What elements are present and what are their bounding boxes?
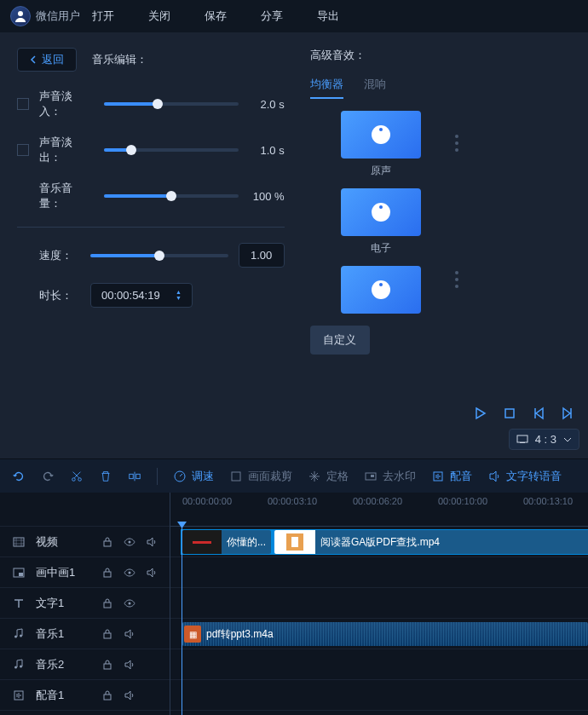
preset-list: 原声 电子 xyxy=(310,111,452,319)
speed-tool[interactable]: 调速 xyxy=(173,469,214,484)
aspect-dropdown[interactable]: 4 : 3 xyxy=(509,429,579,450)
voice-track-content[interactable] xyxy=(170,680,588,711)
track-music1[interactable]: 音乐1 xyxy=(0,619,170,649)
cut-icon[interactable] xyxy=(70,470,84,483)
music2-track-content[interactable] xyxy=(170,649,588,680)
duration-down[interactable]: ▼ xyxy=(176,296,182,301)
duration-label: 时长： xyxy=(39,288,80,303)
avatar[interactable] xyxy=(10,6,31,26)
fade-out-checkbox[interactable] xyxy=(17,144,29,156)
svg-point-0 xyxy=(18,11,23,16)
text-icon xyxy=(12,597,26,610)
mute-icon[interactable] xyxy=(146,536,158,548)
fade-out-slider[interactable] xyxy=(104,148,239,152)
menu-save[interactable]: 保存 xyxy=(205,9,227,24)
fade-in-checkbox[interactable] xyxy=(17,98,29,110)
scroll-dot xyxy=(455,135,458,138)
preset-electronic[interactable]: 电子 xyxy=(310,188,452,256)
menu-close[interactable]: 关闭 xyxy=(148,9,170,24)
mute-icon[interactable] xyxy=(124,659,135,671)
tab-reverb[interactable]: 混响 xyxy=(364,77,386,99)
lock-icon[interactable] xyxy=(101,628,113,640)
tab-equalizer[interactable]: 均衡器 xyxy=(310,77,343,99)
svg-rect-20 xyxy=(104,603,111,608)
prev-icon[interactable] xyxy=(532,407,545,420)
track-labels: 视频 画中画1 文字1 音乐1 音乐2 xyxy=(0,493,170,715)
eye-icon[interactable] xyxy=(124,567,135,579)
video-clip-1[interactable]: 你懂的... xyxy=(182,530,271,554)
svg-point-19 xyxy=(129,571,131,574)
music1-track-content[interactable]: ▦ pdf转ppt3.m4a xyxy=(170,619,588,649)
next-icon[interactable] xyxy=(561,407,574,420)
lock-icon[interactable] xyxy=(101,536,113,548)
eye-icon[interactable] xyxy=(124,536,135,548)
dub-tool[interactable]: 配音 xyxy=(431,469,472,484)
lock-icon[interactable] xyxy=(101,689,113,701)
play-icon[interactable] xyxy=(474,407,487,420)
svg-point-22 xyxy=(14,635,17,637)
fade-in-slider[interactable] xyxy=(104,102,239,106)
tts-tool[interactable]: 文字转语音 xyxy=(487,469,562,484)
preset-3[interactable] xyxy=(310,266,452,319)
delete-icon[interactable] xyxy=(99,470,112,483)
track-text[interactable]: 文字1 xyxy=(0,588,170,619)
svg-point-23 xyxy=(20,634,22,637)
username: 微信用户 xyxy=(36,9,80,24)
undo-icon[interactable] xyxy=(12,470,26,483)
preset-original[interactable]: 原声 xyxy=(310,111,452,178)
effects-title: 高级音效： xyxy=(310,48,452,63)
text-track-content[interactable] xyxy=(170,588,588,619)
redo-icon[interactable] xyxy=(41,470,55,483)
svg-point-4 xyxy=(72,477,76,481)
volume-value: 100 % xyxy=(249,190,285,203)
pip-track-content[interactable] xyxy=(170,557,588,588)
lock-icon[interactable] xyxy=(101,659,113,671)
audio-file-icon: ▦ xyxy=(184,626,201,643)
freeze-tool[interactable]: 定格 xyxy=(308,469,349,484)
svg-point-21 xyxy=(129,602,131,604)
video-icon xyxy=(12,535,26,549)
svg-rect-27 xyxy=(104,664,111,669)
menu-open[interactable]: 打开 xyxy=(92,9,114,24)
svg-rect-24 xyxy=(104,633,111,638)
time-ruler[interactable]: 00:00:00:00 00:00:03:10 00:00:06:20 00:0… xyxy=(170,493,588,527)
eye-icon[interactable] xyxy=(124,597,135,609)
lock-icon[interactable] xyxy=(101,567,113,579)
back-button[interactable]: 返回 xyxy=(17,48,77,72)
menu-share[interactable]: 分享 xyxy=(261,9,283,24)
music-icon xyxy=(12,658,26,672)
track-video[interactable]: 视频 xyxy=(0,527,170,557)
pip-icon xyxy=(12,566,26,579)
timeline: 视频 画中画1 文字1 音乐1 音乐2 xyxy=(0,493,588,715)
track-voice[interactable]: 配音1 xyxy=(0,680,170,711)
fade-out-value: 1.0 s xyxy=(249,144,285,157)
volume-slider[interactable] xyxy=(104,194,239,198)
speed-slider[interactable] xyxy=(90,254,228,257)
mute-icon[interactable] xyxy=(146,567,158,579)
mute-icon[interactable] xyxy=(124,689,135,701)
svg-point-25 xyxy=(14,666,17,668)
svg-point-15 xyxy=(129,540,131,543)
track-pip[interactable]: 画中画1 xyxy=(0,557,170,588)
crop-tool[interactable]: 画面裁剪 xyxy=(229,469,292,484)
speed-field[interactable]: 1.00 xyxy=(239,243,285,268)
section-title: 音乐编辑： xyxy=(92,52,147,67)
stop-icon[interactable] xyxy=(503,407,516,420)
split-icon[interactable] xyxy=(128,470,141,483)
menu-export[interactable]: 导出 xyxy=(317,9,339,24)
svg-rect-18 xyxy=(104,572,111,577)
svg-rect-29 xyxy=(104,695,111,700)
video-track-content[interactable]: 你懂的... 阅读器GA版PDF查找.mp4 xyxy=(170,527,588,557)
video-clip-2[interactable]: 阅读器GA版PDF查找.mp4 xyxy=(274,530,588,554)
top-menu-bar: 微信用户 打开 关闭 保存 分享 导出 xyxy=(0,0,588,32)
custom-button[interactable]: 自定义 xyxy=(310,326,370,355)
scroll-dot xyxy=(455,148,458,152)
mute-icon[interactable] xyxy=(124,628,135,640)
watermark-tool[interactable]: 去水印 xyxy=(364,469,416,484)
track-area[interactable]: 00:00:00:00 00:00:03:10 00:00:06:20 00:0… xyxy=(170,493,588,715)
audio-clip[interactable]: ▦ pdf转ppt3.m4a xyxy=(182,622,588,646)
duration-field[interactable]: 00:00:54:19 ▲▼ xyxy=(90,283,193,308)
svg-rect-11 xyxy=(371,475,374,477)
track-music2[interactable]: 音乐2 xyxy=(0,649,170,680)
lock-icon[interactable] xyxy=(101,597,113,609)
